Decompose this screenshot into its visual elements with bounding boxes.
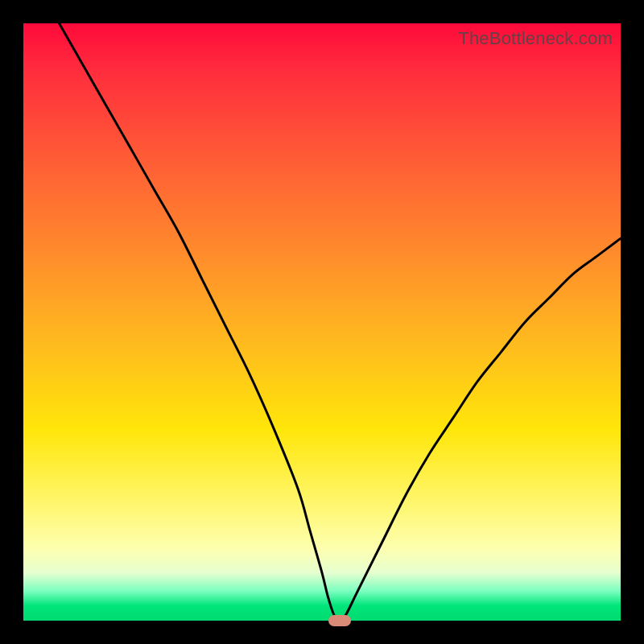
minimum-marker	[328, 615, 351, 626]
plot-area: TheBottleneck.com	[23, 23, 621, 621]
bottleneck-curve	[23, 23, 621, 621]
chart-frame: TheBottleneck.com	[0, 0, 644, 644]
